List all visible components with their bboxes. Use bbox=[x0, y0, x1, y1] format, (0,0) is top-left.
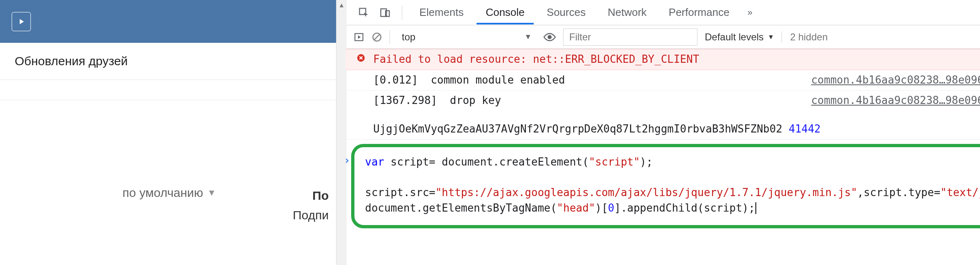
cut-text-line1: По bbox=[293, 186, 329, 205]
divider bbox=[390, 30, 390, 44]
log-row[interactable]: [1367.298] drop key common.4b16aa9c08238… bbox=[345, 91, 980, 139]
cut-text: По Подпи bbox=[293, 186, 329, 225]
log-levels-selector[interactable]: Default levels ▼ bbox=[705, 31, 774, 43]
page-left-pane: Обновления друзей по умолчанию ▼ По Подп… bbox=[0, 0, 345, 265]
inspect-icon[interactable] bbox=[355, 4, 372, 21]
error-icon bbox=[355, 52, 367, 62]
console-output: Failed to load resource: net::ERR_BLOCKE… bbox=[345, 49, 980, 265]
hidden-count[interactable]: 2 hidden bbox=[782, 31, 828, 43]
code-line: script.src="https://ajax.googleapis.com/… bbox=[365, 185, 980, 201]
tab-elements[interactable]: Elements bbox=[410, 0, 472, 24]
tab-sources[interactable]: Sources bbox=[538, 0, 595, 24]
tab-performance[interactable]: Performance bbox=[660, 0, 739, 24]
sidebar-toggle-icon[interactable] bbox=[354, 32, 364, 42]
context-label: top bbox=[402, 31, 415, 43]
clear-console-icon[interactable] bbox=[372, 32, 382, 42]
device-toggle-icon[interactable] bbox=[376, 4, 394, 21]
log-message-prefix: [1367.298] drop key bbox=[373, 93, 501, 108]
log-message: [0.012] common module enabled bbox=[373, 73, 804, 88]
divider bbox=[402, 6, 402, 20]
log-spacer bbox=[355, 93, 367, 95]
tab-console[interactable]: Console bbox=[477, 0, 533, 24]
filter-input[interactable] bbox=[563, 29, 697, 46]
code-blank-line bbox=[365, 170, 980, 185]
devtools-panel: Elements Console Sources Network Perform… bbox=[345, 0, 980, 265]
devtools-tabbar: Elements Console Sources Network Perform… bbox=[345, 0, 980, 25]
section-title: Обновления друзей bbox=[0, 43, 345, 80]
log-message-body: UjgjOeKmVyqGzZeaAU37AVgNf2VrQrgrpDeX0q87… bbox=[373, 121, 980, 137]
log-source-link[interactable]: common.4b16aa9c08238…98e096dc49173fdc4:1 bbox=[811, 93, 980, 108]
text-cursor bbox=[755, 202, 756, 214]
svg-line-5 bbox=[374, 34, 380, 40]
code-line: var script= document.createElement("scri… bbox=[365, 155, 980, 170]
levels-label: Default levels bbox=[705, 31, 764, 43]
play-icon bbox=[17, 17, 26, 26]
console-prompt-icon: › bbox=[345, 153, 350, 168]
cut-text-line2: Подпи bbox=[293, 205, 329, 225]
live-expression-icon[interactable] bbox=[543, 31, 556, 43]
more-tabs-icon[interactable]: » bbox=[742, 7, 757, 18]
log-message: Failed to load resource: net::ERR_BLOCKE… bbox=[373, 52, 980, 67]
vk-header bbox=[0, 0, 345, 43]
console-toolbar: top ▼ Default levels ▼ 2 hidden bbox=[345, 25, 980, 49]
scroll-up-icon[interactable]: ▲ bbox=[336, 0, 347, 11]
log-source-link[interactable]: common.4b16aa9c08238…98e096dc49173fdc4:1 bbox=[811, 73, 980, 88]
sort-label: по умолчанию bbox=[122, 186, 203, 200]
code-line: document.getElementsByTagName("head")[0]… bbox=[365, 201, 980, 216]
chevron-down-icon: ▼ bbox=[207, 188, 216, 198]
tab-network[interactable]: Network bbox=[599, 0, 655, 24]
sort-dropdown[interactable]: по умолчанию ▼ bbox=[122, 186, 216, 200]
chevron-down-icon: ▼ bbox=[768, 33, 774, 41]
empty-row bbox=[0, 80, 345, 100]
log-spacer bbox=[355, 73, 367, 74]
console-input[interactable]: var script= document.createElement("scri… bbox=[351, 144, 980, 228]
play-button[interactable] bbox=[11, 12, 31, 31]
left-bottom-row: по умолчанию ▼ По Подпи bbox=[0, 100, 345, 225]
chevron-down-icon: ▼ bbox=[524, 33, 532, 41]
log-row[interactable]: [0.012] common module enabled common.4b1… bbox=[345, 70, 980, 91]
log-spacer bbox=[355, 121, 367, 123]
svg-point-6 bbox=[548, 35, 551, 39]
context-selector[interactable]: top ▼ bbox=[397, 29, 536, 45]
log-error-row[interactable]: Failed to load resource: net::ERR_BLOCKE… bbox=[345, 49, 980, 70]
